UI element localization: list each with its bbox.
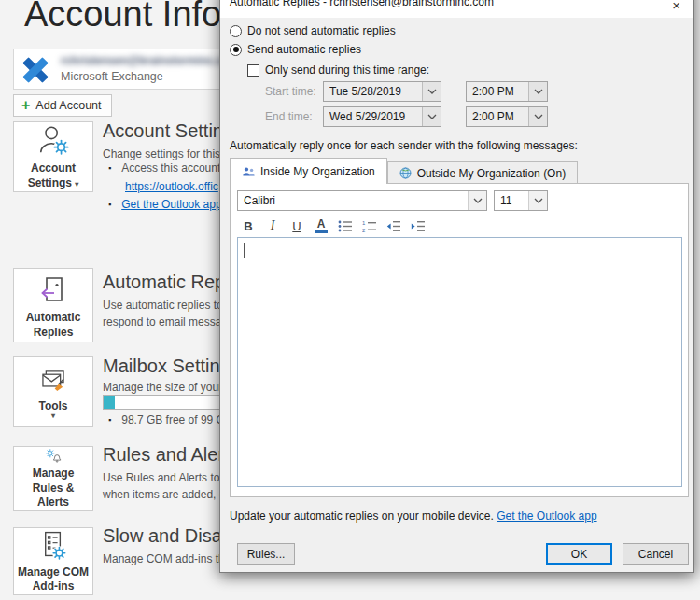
font-family-select[interactable]: Calibri <box>237 190 487 211</box>
dialog-title: Automatic Replies - rchristensen@brainst… <box>230 0 494 8</box>
chevron-down-icon[interactable] <box>422 107 441 126</box>
font-color-button[interactable]: A <box>310 216 332 235</box>
outlook-web-link[interactable]: https://outlook.offic <box>125 180 218 193</box>
bullet-square-icon: ▪ <box>108 415 111 425</box>
automatic-replies-dialog: Automatic Replies - rchristensen@brainst… <box>219 0 694 573</box>
decrease-indent-icon <box>386 220 401 232</box>
chevron-down-icon[interactable] <box>422 82 441 101</box>
rules-button[interactable]: Rules... <box>237 543 295 565</box>
svg-text:1: 1 <box>362 220 366 226</box>
radio-do-not-send[interactable]: Do not send automatic replies <box>230 24 396 37</box>
manage-rules-alerts-label: Manage Rules & Alerts <box>14 467 92 510</box>
section-desc: respond to email messag <box>103 314 228 330</box>
automatic-replies-label: Automatic Replies <box>14 311 92 340</box>
rules-alerts-icon <box>33 447 74 464</box>
microsoft-exchange-icon <box>21 56 49 84</box>
numbered-list-button[interactable]: 1 2 <box>358 216 381 235</box>
end-date-select[interactable]: Wed 5/29/2019 <box>323 106 441 127</box>
font-color-swatch <box>315 230 328 233</box>
manage-com-addins-button[interactable]: Manage COM Add-ins <box>13 527 93 595</box>
account-settings-label: Account Settings <box>28 161 76 189</box>
mobile-update-note: Update your automatic replies on your mo… <box>230 509 597 523</box>
account-email-blurred: rchristensen@brainstorminc.com <box>61 54 240 67</box>
add-account-label: Add Account <box>35 99 101 112</box>
radio-selected-icon[interactable] <box>230 44 242 56</box>
chevron-down-icon[interactable] <box>528 107 547 126</box>
tab-outside-my-organization[interactable]: Outside My Organization (On) <box>387 161 578 184</box>
chevron-down-icon: ▾ <box>38 413 67 419</box>
message-editor-panel: Calibri 11 B I U A 1 <box>230 183 689 497</box>
tools-button[interactable]: Tools ▾ <box>13 356 93 427</box>
bullet-square-icon: ▪ <box>108 163 111 173</box>
underline-button[interactable]: U <box>286 216 308 235</box>
tools-label: Tools <box>38 399 67 412</box>
close-icon[interactable]: × <box>672 0 680 12</box>
font-size-select[interactable]: 11 <box>494 190 548 211</box>
section-heading-rules-alerts: Rules and Alerts <box>103 444 239 466</box>
storage-progress-fill <box>104 396 115 409</box>
mailbox-cleanup-tools-icon <box>35 365 72 397</box>
account-settings-icon <box>33 123 74 159</box>
chevron-down-icon[interactable] <box>528 191 547 210</box>
radio-send-automatic-replies[interactable]: Send automatic replies <box>230 43 361 56</box>
bullet-get-outlook-app: ▪Get the Outlook app <box>108 198 222 211</box>
end-time-select[interactable]: 2:00 PM <box>466 106 548 127</box>
bullet-square-icon: ▪ <box>108 200 111 209</box>
dialog-titlebar: Automatic Replies - rchristensen@brainst… <box>220 0 693 18</box>
com-addins-icon <box>35 528 72 563</box>
manage-rules-alerts-button[interactable]: Manage Rules & Alerts <box>13 446 93 511</box>
organization-tabs: Inside My Organization Outside My Organi… <box>230 158 578 184</box>
numbered-list-icon: 1 2 <box>362 220 377 232</box>
outlook-web-link-row: https://outlook.offic <box>125 180 218 193</box>
section-desc: when items are added, c <box>103 486 225 503</box>
format-toolbar: B I U A 1 2 <box>237 216 429 235</box>
start-time-select[interactable]: 2:00 PM <box>466 81 548 102</box>
get-outlook-app-link[interactable]: Get the Outlook app <box>497 509 596 523</box>
section-desc: Manage the size of your <box>103 379 222 396</box>
reply-once-note: Automatically reply once for each sender… <box>230 139 578 152</box>
decrease-indent-button[interactable] <box>383 216 405 235</box>
bullet-list-icon <box>338 220 353 232</box>
plus-icon: + <box>21 98 30 113</box>
svg-text:2: 2 <box>362 227 366 232</box>
section-desc: Use automatic replies to <box>103 297 223 314</box>
account-provider: Microsoft Exchange <box>61 70 163 83</box>
radio-icon[interactable] <box>230 25 242 37</box>
italic-button[interactable]: I <box>261 216 284 235</box>
section-desc: Change settings for this <box>103 146 220 162</box>
text-cursor <box>244 243 245 258</box>
manage-com-addins-label: Manage COM Add-ins <box>14 565 92 594</box>
storage-free-text-row: ▪98.7 GB free of 99 G <box>108 413 225 426</box>
get-outlook-app-link[interactable]: Get the Outlook app <box>121 198 221 211</box>
bold-button[interactable]: B <box>237 216 259 235</box>
chevron-down-icon: ▾ <box>75 180 78 188</box>
bullet-list-button[interactable] <box>334 216 357 235</box>
account-settings-button[interactable]: Account Settings ▾ <box>13 121 93 192</box>
add-account-button[interactable]: + Add Account <box>13 94 112 117</box>
chevron-down-icon[interactable] <box>468 191 486 210</box>
page-title: Account Infor <box>24 0 233 35</box>
automatic-replies-button[interactable]: Automatic Replies <box>13 268 93 342</box>
reply-message-editor[interactable] <box>237 237 682 487</box>
cancel-button[interactable]: Cancel <box>623 543 689 565</box>
increase-indent-icon <box>411 220 426 232</box>
automatic-replies-icon <box>35 271 72 308</box>
checkbox-time-range[interactable]: Only send during this time range: <box>247 63 429 77</box>
chevron-down-icon[interactable] <box>528 82 547 101</box>
globe-icon <box>399 167 412 179</box>
tab-inside-my-organization[interactable]: Inside My Organization <box>230 158 387 184</box>
organization-people-icon <box>242 166 255 177</box>
ok-button[interactable]: OK <box>546 543 612 565</box>
bullet-access-account: ▪Access this account <box>108 161 220 174</box>
increase-indent-button[interactable] <box>407 216 429 235</box>
checkbox-icon[interactable] <box>247 64 259 77</box>
section-desc: Use Rules and Alerts to h <box>103 469 229 486</box>
section-desc: Manage COM add-ins th <box>103 551 225 567</box>
end-time-label: End time: <box>265 110 313 123</box>
start-time-label: Start time: <box>265 85 316 98</box>
start-date-select[interactable]: Tue 5/28/2019 <box>323 81 441 102</box>
